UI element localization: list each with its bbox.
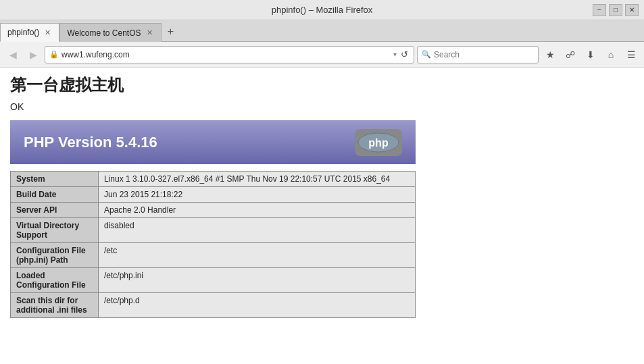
table-cell-value: disabled (99, 218, 416, 243)
table-cell-key: Virtual Directory Support (11, 218, 99, 243)
table-row: SystemLinux 1 3.10.0-327.el7.x86_64 #1 S… (11, 172, 416, 187)
table-cell-key: Server API (11, 203, 99, 218)
address-input[interactable] (61, 50, 391, 59)
table-row: Virtual Directory Supportdisabled (11, 218, 416, 243)
table-cell-value: /etc (99, 243, 416, 268)
reader-view-button[interactable]: ☍ (562, 46, 579, 63)
close-button[interactable]: ✕ (625, 4, 639, 16)
php-header-banner: PHP Version 5.4.16 php (10, 120, 416, 164)
refresh-button[interactable]: ↺ (399, 48, 410, 61)
table-row: Build DateJun 23 2015 21:18:22 (11, 187, 416, 203)
table-cell-key: Build Date (11, 187, 99, 203)
tab-phpinfo-close[interactable]: ✕ (43, 28, 52, 38)
tab-phpinfo[interactable]: phpinfo() ✕ (0, 23, 59, 42)
bookmark-star-button[interactable]: ★ (541, 46, 559, 63)
download-button[interactable]: ⬇ (582, 46, 599, 63)
table-cell-key: Loaded Configuration File (11, 268, 99, 293)
tab-centos-close[interactable]: ✕ (145, 28, 154, 38)
home-button[interactable]: ⌂ (602, 46, 620, 63)
table-cell-value: Jun 23 2015 21:18:22 (99, 187, 416, 203)
navbar: ◀ ▶ 🔒 ▾ ↺ 🔍 ★ ☍ ⬇ ⌂ ☰ (0, 42, 644, 68)
search-bar[interactable]: 🔍 (417, 46, 539, 63)
svg-text:php: php (368, 137, 389, 149)
table-cell-value: /etc/php.ini (99, 268, 416, 293)
table-cell-value: Linux 1 3.10.0-327.el7.x86_64 #1 SMP Thu… (99, 172, 416, 187)
address-bar[interactable]: 🔒 ▾ ↺ (45, 46, 414, 63)
tab-phpinfo-label: phpinfo() (7, 28, 39, 37)
address-lock-icon: 🔒 (49, 50, 59, 59)
search-input[interactable] (434, 50, 535, 59)
phpinfo-table: SystemLinux 1 3.10.0-327.el7.x86_64 #1 S… (10, 171, 416, 318)
new-tab-button[interactable]: + (163, 24, 179, 40)
forward-button[interactable]: ▶ (24, 46, 42, 63)
table-row: Scan this dir for additional .ini files/… (11, 293, 416, 318)
back-button[interactable]: ◀ (4, 46, 22, 63)
table-row: Configuration File (php.ini) Path/etc (11, 243, 416, 268)
table-cell-key: System (11, 172, 99, 187)
tab-centos-label: Welcome to CentOS (67, 28, 141, 38)
tab-centos[interactable]: Welcome to CentOS ✕ (59, 23, 161, 42)
table-cell-value: Apache 2.0 Handler (99, 203, 416, 218)
php-version-text: PHP Version 5.4.16 (24, 134, 157, 151)
maximize-button[interactable]: □ (609, 4, 622, 16)
page-content: 第一台虚拟主机 OK PHP Version 5.4.16 php System… (0, 68, 644, 364)
address-dropdown-icon[interactable]: ▾ (393, 51, 397, 58)
minimize-button[interactable]: − (593, 4, 606, 16)
search-icon: 🔍 (422, 50, 431, 59)
tabbar: phpinfo() ✕ Welcome to CentOS ✕ + (0, 20, 644, 42)
titlebar: phpinfo() – Mozilla Firefox − □ ✕ (0, 0, 644, 20)
table-row: Loaded Configuration File/etc/php.ini (11, 268, 416, 293)
table-cell-value: /etc/php.d (99, 293, 416, 318)
table-row: Server APIApache 2.0 Handler (11, 203, 416, 218)
table-cell-key: Scan this dir for additional .ini files (11, 293, 99, 318)
page-ok-text: OK (10, 101, 634, 112)
page-title: 第一台虚拟主机 (10, 74, 634, 96)
menu-button[interactable]: ☰ (622, 46, 640, 63)
table-cell-key: Configuration File (php.ini) Path (11, 243, 99, 268)
window-title: phpinfo() – Mozilla Firefox (272, 5, 373, 15)
php-logo: php (355, 129, 402, 156)
window-controls: − □ ✕ (593, 4, 639, 16)
